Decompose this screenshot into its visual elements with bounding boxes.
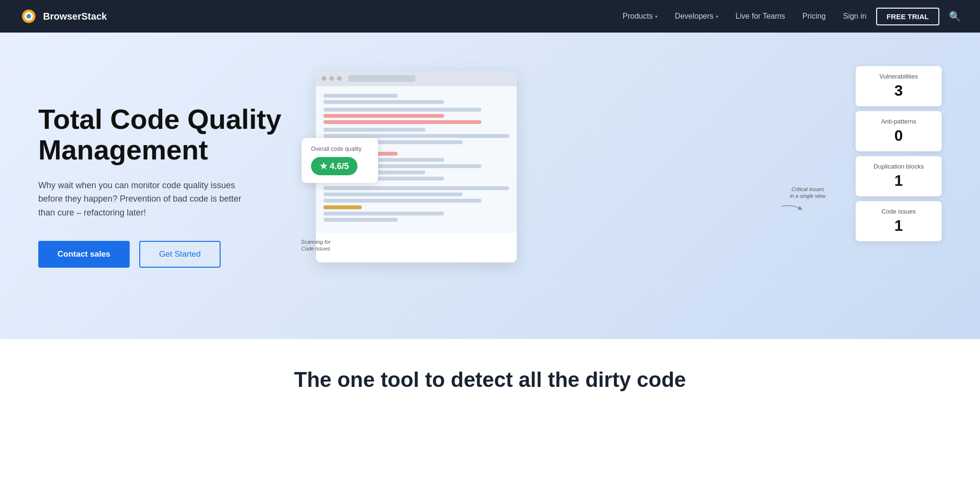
browser-dot-2 [329,76,334,81]
quality-card: Overall code quality ★ 4.6/5 [301,138,378,183]
metric-duplication-blocks-value: 1 [865,172,932,190]
browser-dot-3 [337,76,342,81]
browser-titlebar [316,71,517,86]
nav-developers[interactable]: Developers ▾ [675,12,718,21]
metric-anti-patterns-value: 0 [865,127,932,145]
hero-buttons: Contact sales Get Started [38,241,287,268]
search-icon[interactable]: 🔍 [949,11,961,22]
code-line [323,94,398,98]
developers-chevron-icon: ▾ [716,14,718,19]
products-chevron-icon: ▾ [655,14,657,19]
metric-duplication-blocks-label: Duplication blocks [865,163,932,170]
bottom-section: The one tool to detect all the dirty cod… [0,339,980,411]
svg-point-4 [28,15,30,18]
metric-anti-patterns-label: Anti-patterns [865,118,932,125]
metric-code-issues-label: Code issues [865,208,932,215]
code-line-red [323,114,444,118]
free-trial-button[interactable]: FREE TRIAL [876,8,939,25]
logo[interactable]: BrowserStack [19,7,107,26]
metrics-column: Vulnerabilities 3 Anti-patterns 0 Duplic… [856,66,942,241]
metric-duplication-blocks: Duplication blocks 1 [856,156,942,196]
nav-links: Products ▾ Developers ▾ Live for Teams P… [623,12,826,21]
browser-address-bar [348,75,415,82]
metric-vulnerabilities: Vulnerabilities 3 [856,66,942,106]
code-line [323,212,444,215]
scanning-annotation: Scanning for Code issues [292,238,340,252]
hero-subtitle: Why wait when you can monitor code quali… [38,179,258,220]
quality-card-label: Overall code quality [311,146,368,152]
hero-content: Total Code Quality Management Why wait w… [38,104,287,268]
code-line-orange [323,205,362,209]
code-line [323,186,509,190]
logo-icon [19,7,38,26]
metric-code-issues: Code issues 1 [856,201,942,241]
code-line [323,192,463,196]
nav-products[interactable]: Products ▾ [623,12,657,21]
code-line [323,134,509,138]
code-line [323,100,444,104]
get-started-button[interactable]: Get Started [139,241,221,268]
metric-vulnerabilities-label: Vulnerabilities [865,73,932,80]
logo-text: BrowserStack [43,11,107,22]
hero-section: Total Code Quality Management Why wait w… [0,33,980,339]
bottom-title: The one tool to detect all the dirty cod… [10,368,970,392]
signin-link[interactable]: Sign in [843,12,867,21]
metric-vulnerabilities-value: 3 [865,82,932,100]
code-line [323,218,398,222]
metric-code-issues-value: 1 [865,217,932,235]
code-line [323,199,481,203]
nav-live-for-teams[interactable]: Live for Teams [735,12,785,21]
code-line [323,128,425,132]
critical-annotation: Critical issues in a single view [779,186,836,211]
navbar: BrowserStack Products ▾ Developers ▾ Liv… [0,0,980,33]
browser-dot-1 [322,76,326,81]
code-line-red [323,120,481,124]
quality-badge: ★ 4.6/5 [311,157,357,175]
hero-illustration: Overall code quality ★ 4.6/5 Scanning fo… [287,61,942,310]
code-line [323,108,481,112]
metric-anti-patterns: Anti-patterns 0 [856,111,942,151]
nav-pricing[interactable]: Pricing [802,12,826,21]
contact-sales-button[interactable]: Contact sales [38,241,130,268]
annotation-arrow-icon [779,202,803,211]
hero-title: Total Code Quality Management [38,104,287,165]
